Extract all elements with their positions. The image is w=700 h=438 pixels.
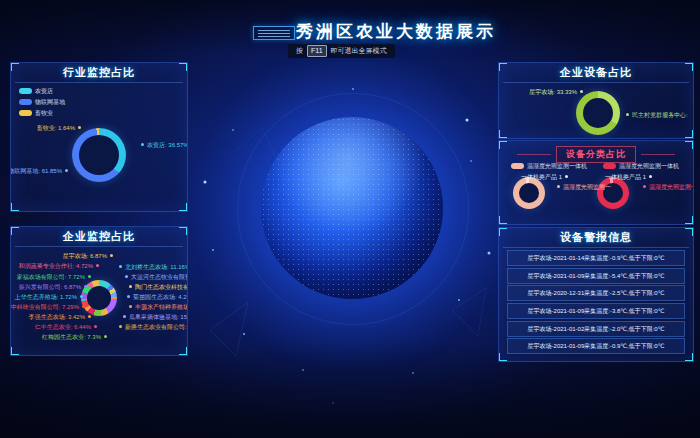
legend-swatch: [511, 163, 524, 169]
legend-swatch: [19, 99, 32, 105]
legend-item-left[interactable]: 温湿度光照监测一体机: [511, 163, 587, 170]
chart-label: 民主村党群服务中心:: [626, 112, 688, 118]
chart-label: 上华生态养殖场: 1.72%: [15, 294, 83, 300]
legend-item-right[interactable]: 温湿度光照监测一体机: [603, 163, 679, 170]
legend-swatch: [19, 88, 32, 94]
chart-label: 北刘桥生态农场: 11.16%: [119, 264, 188, 270]
panel-device-alarms: 设备警报信息 星宇农场-2021-01-14采集温度:-0.9℃,低于下限:0℃…: [498, 227, 694, 362]
chart-label: 星宇农场: 33.33%: [529, 89, 583, 95]
device-category-right-donut[interactable]: [597, 177, 629, 209]
chart-label: 星宇农场: 6.87%: [63, 253, 113, 259]
chart-label: 一体机类产品 1: [605, 174, 652, 180]
legend-item-nongzidian[interactable]: 农资店: [19, 88, 53, 95]
title-line-right: [641, 154, 675, 155]
chart-label: 和润蔬菜专业合作社: 4.72%: [19, 263, 99, 269]
chart-label: 大运河生态牧业有限责任公: [125, 274, 188, 280]
chart-label: 中科味业有限公司: 7.29%: [11, 304, 85, 310]
chart-label: 一体机类产品 1: [521, 174, 568, 180]
globe-highlight: [261, 117, 443, 299]
panel-enterprise-monitor: 企业监控占比 星宇农场: 6.87% 和润蔬菜专业合作社: 4.72% 家福农场…: [10, 226, 188, 356]
chart-label: 丰源水产特种养殖场: 1.: [129, 304, 188, 310]
panel-title: 行业监控占比: [15, 63, 183, 83]
fullscreen-hint-bar: 按 F11 即可退出全屏模式: [288, 44, 395, 58]
alarm-row: 星宇农场-2020-12-31采集温度:-2.5℃,低于下限:0℃: [507, 285, 685, 301]
industry-donut-chart[interactable]: [72, 128, 126, 182]
panel-device-category: 设备分类占比 温湿度光照监测一体机 一体机类产品 1 温湿度光照监测一 温湿度光…: [498, 140, 694, 225]
hint-prefix: 按: [296, 44, 303, 58]
logo-badge: [253, 26, 295, 40]
chart-label: 农资店: 36.57%: [141, 142, 188, 148]
title-line-left: [517, 154, 551, 155]
device-category-left-donut[interactable]: [513, 177, 545, 209]
legend-swatch: [19, 110, 32, 116]
chart-label: 温湿度光照监测一: [643, 184, 694, 190]
chart-label: 陶门生态农业科技有限公: [129, 284, 188, 290]
legend-item-wulianwang[interactable]: 物联网基地: [19, 99, 65, 106]
chart-label: 仁丰生态农业: 6.44%: [35, 324, 97, 330]
hint-suffix: 即可退出全屏模式: [331, 44, 387, 58]
panel-title-wrap: 设备分类占比: [499, 146, 693, 163]
star-field: [0, 0, 2, 2]
chart-label: 红梅园生态农业: 7.3%: [42, 334, 107, 340]
alarm-row: 星宇农场-2021-01-02采集温度:-2.0℃,低于下限:0℃: [507, 321, 685, 337]
dashboard: 秀洲区农业大数据展示 按 F11 即可退出全屏模式 行业监控占比 农资店 物联网…: [0, 0, 700, 438]
panel-industry-monitor: 行业监控占比 农资店 物联网基地 畜牧业 畜牧业: 1.64% 农资店: 36.…: [10, 62, 188, 212]
chart-label: 振兴发有限公司: 6.87%: [19, 284, 87, 290]
chart-label: 李强生态农场: 3.42%: [29, 314, 91, 320]
alarm-row: 星宇农场-2021-01-09采集温度:-0.9℃,低于下限:0℃: [507, 338, 685, 354]
device-ratio-donut-chart[interactable]: [576, 91, 620, 135]
globe: [261, 117, 443, 299]
panel-title: 设备分类占比: [556, 146, 636, 163]
panel-title: 企业监控占比: [15, 227, 183, 247]
page-title: 秀洲区农业大数据展示: [296, 20, 496, 43]
f11-key: F11: [307, 45, 327, 57]
panel-title: 设备警报信息: [503, 228, 689, 248]
chart-label: 畜牧业: 1.64%: [37, 125, 81, 131]
chart-label: 温湿度光照监测一: [557, 184, 611, 190]
panel-enterprise-device: 企业设备占比 星宇农场: 33.33% 民主村党群服务中心:: [498, 62, 694, 139]
alarm-row: 星宇农场-2021-01-09采集温度:-3.8℃,低于下限:0℃: [507, 303, 685, 319]
chart-label: 瓜果采摘体验基地: 15.02%: [123, 314, 188, 320]
chart-label: 家福农场有限公司: 7.72%: [17, 274, 91, 280]
legend-swatch: [603, 163, 616, 169]
alarm-row: 星宇农场-2021-01-09采集温度:-5.4℃,低于下限:0℃: [507, 268, 685, 284]
chart-label: 菊苗园生态农场: 4.29%: [127, 294, 188, 300]
alarm-row: 星宇农场-2021-01-14采集温度:-0.9℃,低于下限:0℃: [507, 250, 685, 266]
chart-label: 物联网基地: 61.85%: [10, 168, 68, 174]
legend-item-xumuye[interactable]: 畜牧业: [19, 110, 53, 117]
chart-label: 新塍生态农业有限公司: 6.87%: [119, 324, 188, 330]
panel-title: 企业设备占比: [503, 63, 689, 83]
